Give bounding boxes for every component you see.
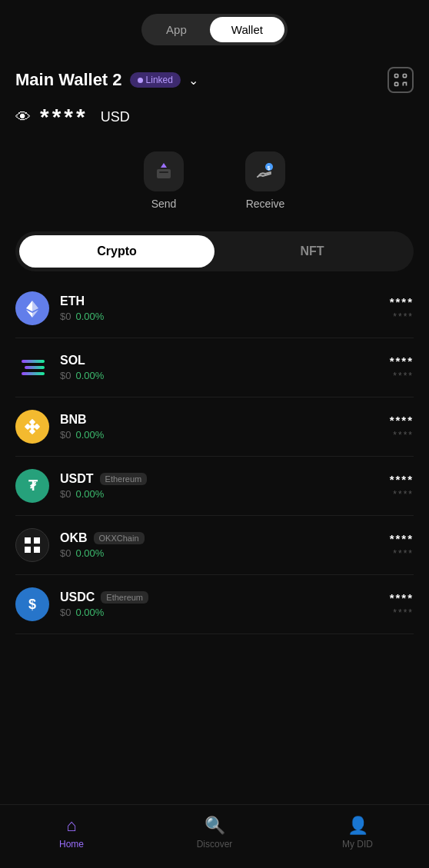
home-icon: ⌂: [66, 816, 76, 836]
token-amount-main: ****: [390, 532, 414, 545]
token-pct: 0.00%: [75, 488, 104, 500]
nav-discover[interactable]: 🔍 Discover: [143, 816, 286, 850]
token-pct: 0.00%: [75, 311, 104, 322]
mydid-icon: 👤: [348, 816, 368, 836]
svg-marker-11: [26, 310, 32, 318]
token-info: ETH $0 0.00%: [60, 294, 390, 322]
send-label: Send: [151, 198, 177, 210]
token-name-row: USDT Ethereum: [60, 472, 390, 486]
token-amount-sub: ****: [393, 607, 414, 618]
linked-label: Linked: [146, 75, 173, 85]
nav-home-label: Home: [59, 839, 84, 850]
token-amount-sub: ****: [393, 371, 414, 381]
token-chain-badge: Ethereum: [100, 473, 148, 485]
svg-rect-18: [34, 537, 40, 544]
send-button[interactable]: Send: [144, 151, 184, 210]
token-usd: $0: [60, 311, 71, 322]
usdt-icon: ₮: [15, 469, 49, 503]
token-usd: $0: [60, 488, 71, 500]
token-row[interactable]: SOL $0 0.00% **** ****: [15, 338, 414, 397]
token-amount-main: ****: [390, 473, 414, 486]
token-row[interactable]: ₮ USDT Ethereum $0 0.00% **** ****: [15, 457, 414, 516]
usdc-icon: $: [15, 587, 49, 621]
token-symbol: USDT: [60, 472, 94, 486]
token-info: USDT Ethereum $0 0.00%: [60, 472, 390, 500]
bottom-nav: ⌂ Home 🔍 Discover 👤 My DID: [0, 804, 429, 868]
token-row[interactable]: BNB $0 0.00% **** ****: [15, 397, 414, 457]
token-value-row: $0 0.00%: [60, 429, 390, 441]
app-wallet-toggle[interactable]: App Wallet: [141, 14, 288, 45]
token-name-row: SOL: [60, 354, 390, 367]
token-amount-main: ****: [390, 354, 414, 367]
token-amount: **** ****: [390, 473, 414, 500]
token-amount: **** ****: [390, 591, 414, 618]
eye-icon[interactable]: 👁: [15, 108, 31, 126]
app-tab[interactable]: App: [145, 17, 208, 42]
token-amount-main: ****: [390, 591, 414, 604]
svg-marker-10: [32, 310, 38, 318]
wallet-tab[interactable]: Wallet: [210, 17, 284, 42]
token-name-row: ETH: [60, 294, 390, 308]
svg-marker-9: [26, 301, 32, 311]
token-value-row: $0 0.00%: [60, 488, 390, 500]
token-symbol: ETH: [60, 294, 85, 308]
svg-rect-3: [157, 169, 171, 178]
token-name-row: USDC Ethereum: [60, 590, 390, 604]
token-usd: $0: [60, 429, 71, 441]
token-value-row: $0 0.00%: [60, 607, 390, 618]
svg-rect-2: [395, 82, 398, 85]
receive-button[interactable]: $ Receive: [245, 151, 285, 210]
tab-nft[interactable]: NFT: [214, 235, 410, 268]
token-info: OKB OKXChain $0 0.00%: [60, 531, 390, 559]
svg-marker-5: [161, 163, 167, 168]
svg-rect-1: [403, 75, 406, 78]
svg-rect-4: [159, 171, 168, 173]
chevron-down-icon[interactable]: ⌄: [188, 73, 198, 88]
okb-icon: [15, 528, 49, 562]
token-amount-sub: ****: [393, 489, 414, 500]
nav-discover-label: Discover: [197, 839, 233, 850]
token-amount-sub: ****: [393, 548, 414, 559]
token-chain-badge: Ethereum: [101, 591, 148, 604]
token-usd: $0: [60, 607, 71, 618]
svg-rect-16: [29, 424, 35, 430]
token-amount-main: ****: [390, 414, 414, 427]
wallet-title-group: Main Wallet 2 Linked ⌄: [15, 70, 198, 90]
token-row[interactable]: OKB OKXChain $0 0.00% **** ****: [15, 516, 414, 575]
token-usd: $0: [60, 370, 71, 381]
linked-dot: [138, 78, 143, 83]
wallet-header: Main Wallet 2 Linked ⌄: [15, 67, 414, 93]
token-pct: 0.00%: [75, 607, 104, 618]
discover-icon: 🔍: [205, 816, 225, 836]
token-amount: **** ****: [390, 414, 414, 441]
token-list: ETH $0 0.00% **** **** SOL $0: [15, 279, 414, 634]
token-pct: 0.00%: [75, 370, 104, 381]
token-symbol: USDC: [60, 590, 95, 604]
actions-row: Send $ Receive: [15, 151, 414, 210]
linked-badge[interactable]: Linked: [130, 72, 181, 88]
token-info: BNB $0 0.00%: [60, 413, 390, 441]
nav-mydid[interactable]: 👤 My DID: [286, 816, 429, 850]
scan-icon[interactable]: [387, 67, 414, 93]
balance-hidden: ****: [40, 104, 88, 130]
wallet-name: Main Wallet 2: [15, 70, 122, 90]
balance-currency: USD: [101, 109, 130, 125]
token-value-row: $0 0.00%: [60, 547, 390, 559]
nav-home[interactable]: ⌂ Home: [0, 816, 143, 850]
tab-crypto[interactable]: Crypto: [19, 235, 214, 268]
token-info: SOL $0 0.00%: [60, 354, 390, 381]
token-amount-main: ****: [390, 295, 414, 308]
bnb-icon: [15, 410, 49, 444]
svg-rect-0: [395, 75, 398, 78]
token-value-row: $0 0.00%: [60, 370, 390, 381]
token-row[interactable]: ETH $0 0.00% **** ****: [15, 279, 414, 338]
token-row[interactable]: $ USDC Ethereum $0 0.00% **** ****: [15, 575, 414, 634]
token-name-row: OKB OKXChain: [60, 531, 390, 545]
token-amount: **** ****: [390, 295, 414, 322]
token-usd: $0: [60, 547, 71, 559]
svg-rect-20: [34, 547, 40, 553]
token-value-row: $0 0.00%: [60, 311, 390, 322]
token-pct: 0.00%: [75, 429, 104, 441]
token-pct: 0.00%: [75, 547, 104, 559]
asset-tab-row: Crypto NFT: [15, 231, 414, 271]
